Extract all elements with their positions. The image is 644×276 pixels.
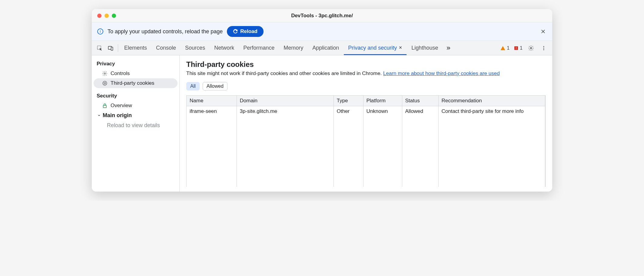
window-minimize-button[interactable] xyxy=(105,14,109,18)
svg-point-13 xyxy=(103,81,107,85)
window-title: DevTools - 3pc.glitch.me/ xyxy=(92,13,552,19)
col-header-type[interactable]: Type xyxy=(334,96,363,106)
more-options-button[interactable] xyxy=(539,44,548,52)
titlebar: DevTools - 3pc.glitch.me/ xyxy=(92,9,552,22)
tab-elements[interactable]: Elements xyxy=(120,41,151,55)
tab-memory[interactable]: Memory xyxy=(279,41,307,55)
gear-icon xyxy=(102,71,108,76)
main-panel: Third-party cookies This site might not … xyxy=(180,55,552,192)
page-title: Third-party cookies xyxy=(186,60,546,69)
svg-point-8 xyxy=(530,47,532,49)
sidebar-group-security: Security xyxy=(92,92,179,101)
inspect-element-button[interactable] xyxy=(94,43,105,54)
cell-platform: Unknown xyxy=(363,106,402,117)
svg-point-16 xyxy=(104,84,105,84)
window-maximize-button[interactable] xyxy=(112,14,116,18)
page-subtitle: This site might not work if third-party … xyxy=(186,71,546,77)
chevron-double-right-icon xyxy=(446,45,451,51)
reload-icon xyxy=(233,29,238,34)
sidebar-item-label: Controls xyxy=(111,71,130,77)
sidebar-item-third-party-cookies[interactable]: Third-party cookies xyxy=(94,78,178,88)
svg-point-11 xyxy=(543,49,544,50)
learn-more-link[interactable]: Learn more about how third-party cookies… xyxy=(383,71,500,76)
warnings-count: 1 xyxy=(507,45,510,51)
reload-banner: To apply your updated controls, reload t… xyxy=(92,22,552,41)
sidebar-tree-reload-hint: Reload to view details xyxy=(92,120,179,130)
tree-label: Main origin xyxy=(103,112,132,119)
sidebar-item-label: Overview xyxy=(111,103,132,109)
reload-button-label: Reload xyxy=(240,28,257,34)
devtools-toolbar: Elements Console Sources Network Perform… xyxy=(92,41,552,55)
sidebar-item-controls[interactable]: Controls xyxy=(92,69,179,78)
filter-chip-allowed[interactable]: Allowed xyxy=(203,82,227,90)
close-icon xyxy=(399,46,402,49)
sidebar-tree-main-origin[interactable]: Main origin xyxy=(92,110,179,120)
col-header-status[interactable]: Status xyxy=(402,96,438,106)
issues-count: 1 xyxy=(520,45,523,51)
table-header-row: Name Domain Type Platform Status Recomme… xyxy=(187,96,545,106)
cell-recommendation: Contact third-party site for more info xyxy=(438,106,545,117)
device-icon xyxy=(108,45,114,51)
traffic-lights xyxy=(97,14,116,18)
tab-label: Privacy and security xyxy=(348,45,397,51)
tab-console[interactable]: Console xyxy=(152,41,180,55)
cell-status: Allowed xyxy=(402,106,438,117)
tab-close-button[interactable] xyxy=(399,46,402,50)
kebab-icon xyxy=(541,45,546,51)
window-close-button[interactable] xyxy=(97,14,101,18)
svg-rect-4 xyxy=(111,47,113,50)
cell-domain: 3p-site.glitch.me xyxy=(237,106,334,117)
issues-chip[interactable]: 1 xyxy=(514,45,523,51)
svg-point-10 xyxy=(543,48,544,48)
cell-name: iframe-seen xyxy=(187,106,237,117)
lock-icon xyxy=(102,103,108,108)
svg-point-9 xyxy=(543,46,544,47)
settings-button[interactable] xyxy=(527,44,535,52)
filter-chip-all[interactable]: All xyxy=(186,82,200,90)
banner-message: To apply your updated controls, reload t… xyxy=(108,28,223,35)
filter-chips: All Allowed xyxy=(186,82,546,90)
svg-point-12 xyxy=(104,73,106,74)
tab-lighthouse[interactable]: Lighthouse xyxy=(407,41,442,55)
tab-network[interactable]: Network xyxy=(210,41,238,55)
svg-rect-7 xyxy=(516,49,516,49)
device-mode-button[interactable] xyxy=(105,43,116,54)
svg-rect-1 xyxy=(100,31,101,33)
sidebar-item-overview[interactable]: Overview xyxy=(92,101,179,110)
panel-tabs: Elements Console Sources Network Perform… xyxy=(120,41,454,55)
svg-point-15 xyxy=(105,82,106,83)
cell-type: Other xyxy=(334,106,363,117)
svg-point-14 xyxy=(104,83,105,83)
gear-icon xyxy=(528,45,534,51)
close-icon xyxy=(540,29,546,34)
col-header-platform[interactable]: Platform xyxy=(363,96,402,106)
reload-button[interactable]: Reload xyxy=(227,26,264,37)
table-row[interactable]: iframe-seen 3p-site.glitch.me Other Unkn… xyxy=(187,106,545,117)
svg-rect-18 xyxy=(103,105,107,108)
svg-point-17 xyxy=(105,84,106,84)
more-tabs-button[interactable] xyxy=(443,43,454,54)
issue-icon xyxy=(514,46,519,51)
col-header-recommendation[interactable]: Recommendation xyxy=(438,96,545,106)
sidebar-item-label: Third-party cookies xyxy=(111,80,154,86)
sidebar-group-privacy: Privacy xyxy=(92,60,179,69)
info-icon xyxy=(97,28,103,34)
toolbar-right: 1 1 xyxy=(500,44,550,52)
content-area: Privacy Controls Third-party cookies Sec… xyxy=(92,55,552,192)
chevron-down-icon xyxy=(97,114,101,117)
toolbar-divider xyxy=(118,44,118,52)
svg-point-0 xyxy=(100,30,101,31)
tab-sources[interactable]: Sources xyxy=(181,41,209,55)
inspect-icon xyxy=(97,45,103,51)
warnings-chip[interactable]: 1 xyxy=(500,45,510,51)
banner-close-button[interactable] xyxy=(539,28,547,35)
col-header-name[interactable]: Name xyxy=(187,96,237,106)
tab-performance[interactable]: Performance xyxy=(239,41,279,55)
tab-application[interactable]: Application xyxy=(308,41,343,55)
devtools-window: DevTools - 3pc.glitch.me/ To apply your … xyxy=(92,9,552,192)
col-header-domain[interactable]: Domain xyxy=(237,96,334,106)
tab-privacy-security[interactable]: Privacy and security xyxy=(344,41,407,55)
table-empty-row xyxy=(187,117,545,187)
svg-rect-6 xyxy=(516,47,516,48)
sidebar: Privacy Controls Third-party cookies Sec… xyxy=(92,55,180,192)
